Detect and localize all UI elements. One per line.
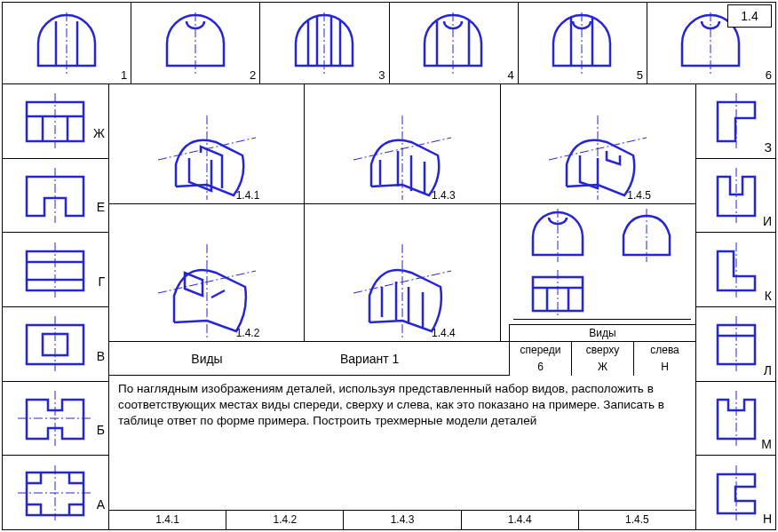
top-num-3: 3 [378, 68, 385, 82]
instructions-text: По наглядным изображениям деталей, испол… [109, 376, 695, 510]
left-cell-b: Б [3, 382, 108, 457]
answer-block: Виды Вариант 1 Виды спереди сверху слева… [109, 342, 695, 529]
iso-cell-143: 1.4.3 [305, 84, 500, 203]
right-label-m: М [761, 437, 772, 451]
left-view-g [18, 242, 93, 298]
iso-view-141 [158, 115, 256, 200]
iso-view-143 [353, 115, 451, 200]
right-view-k [709, 242, 764, 298]
right-label-z: З [765, 140, 772, 155]
middle-area: Ж Е Г [3, 84, 775, 529]
iso-label-141: 1.4.1 [236, 189, 260, 202]
left-column: Ж Е Г [3, 84, 109, 529]
ans-tbl-header: Виды [510, 325, 695, 342]
top-cell-4: 4 [390, 3, 519, 83]
iso-cell-142: 1.4.2 [109, 204, 305, 341]
top-view-3 [287, 12, 362, 75]
ans-val-top: Ж [572, 359, 634, 376]
ans-col-front: спереди [510, 342, 572, 359]
top-num-5: 5 [637, 68, 643, 82]
bt-141: 1.4.1 [109, 511, 226, 529]
iso-label-144: 1.4.4 [432, 327, 456, 339]
right-view-z [709, 93, 764, 148]
right-label-k: К [765, 289, 772, 303]
right-label-l: Л [764, 363, 772, 377]
left-label-a: А [97, 497, 105, 512]
right-cell-i: И [696, 159, 775, 234]
right-label-n: Н [763, 512, 772, 526]
drawing-frame: 1.4 1 2 3 [2, 2, 776, 530]
left-cell-zh: Ж [3, 84, 108, 159]
iso-view-145 [549, 115, 647, 200]
bottom-answer-table: 1.4.1 1.4.2 1.4.3 1.4.4 1.4.5 [109, 510, 695, 529]
iso-label-143: 1.4.3 [432, 189, 456, 202]
ans-col-top: сверху [572, 342, 634, 359]
iso-view-142 [158, 244, 256, 337]
center-area: 1.4.1 1.4.3 [109, 84, 695, 529]
top-view-2 [158, 12, 234, 75]
top-num-4: 4 [507, 68, 513, 82]
right-cell-k: К [696, 233, 775, 307]
top-view-5 [544, 12, 620, 75]
iso-cell-144: 1.4.4 [305, 204, 500, 341]
views-title: Виды [109, 352, 305, 366]
bt-145: 1.4.5 [579, 511, 695, 529]
left-cell-v: В [3, 307, 108, 382]
left-cell-g: Г [3, 233, 108, 307]
top-cell-1: 1 [3, 3, 131, 83]
iso-view-144 [353, 244, 451, 337]
left-label-g: Г [98, 274, 105, 289]
top-view-1 [29, 12, 105, 75]
left-label-e: Е [97, 200, 105, 214]
left-view-b [18, 391, 93, 446]
top-num-1: 1 [121, 68, 127, 82]
top-cell-3: 3 [260, 3, 389, 83]
right-cell-n: Н [696, 456, 775, 529]
iso-row-2: 1.4.2 1.4.4 [109, 204, 695, 342]
bt-142: 1.4.2 [226, 511, 344, 529]
example-top [513, 266, 602, 320]
left-cell-a: А [3, 456, 108, 529]
iso-row-1: 1.4.1 1.4.3 [109, 84, 695, 204]
top-view-4 [416, 12, 491, 75]
right-cell-z: З [696, 84, 775, 159]
left-label-v: В [97, 349, 105, 363]
example-side [602, 204, 691, 266]
top-cell-2: 2 [131, 3, 260, 83]
right-column: З И К [695, 84, 775, 529]
right-view-l [709, 316, 764, 371]
right-label-i: И [763, 214, 772, 228]
iso-cell-example [501, 204, 695, 341]
example-front [513, 204, 602, 266]
iso-label-142: 1.4.2 [236, 327, 260, 339]
left-label-b: Б [97, 423, 105, 437]
top-cell-5: 5 [519, 3, 647, 83]
right-cell-l: Л [696, 307, 775, 382]
top-row: 1 2 3 4 [3, 3, 775, 84]
iso-cell-145: 1.4.5 [501, 84, 695, 203]
left-view-v [18, 316, 93, 371]
left-view-e [18, 168, 93, 223]
example-answer-table: Виды спереди сверху слева 6 Ж Н [509, 324, 695, 376]
ans-val-left: Н [634, 359, 695, 376]
iso-label-145: 1.4.5 [627, 189, 651, 202]
task-badge: 1.4 [727, 4, 772, 28]
example-block [513, 204, 691, 320]
right-view-i [709, 168, 764, 223]
top-num-2: 2 [250, 68, 256, 82]
left-view-a [18, 465, 93, 520]
left-cell-e: Е [3, 159, 108, 234]
task-number: 1.4 [741, 9, 758, 23]
ans-val-front: 6 [510, 359, 572, 376]
left-label-zh: Ж [93, 126, 105, 140]
right-cell-m: М [696, 382, 775, 457]
bt-144: 1.4.4 [462, 511, 579, 529]
ans-col-left: слева [634, 342, 695, 359]
iso-cell-141: 1.4.1 [109, 84, 305, 203]
top-num-6: 6 [766, 68, 772, 82]
bt-143: 1.4.3 [344, 511, 461, 529]
left-view-zh [18, 93, 93, 148]
right-view-m [709, 391, 764, 446]
right-view-n [709, 465, 764, 520]
